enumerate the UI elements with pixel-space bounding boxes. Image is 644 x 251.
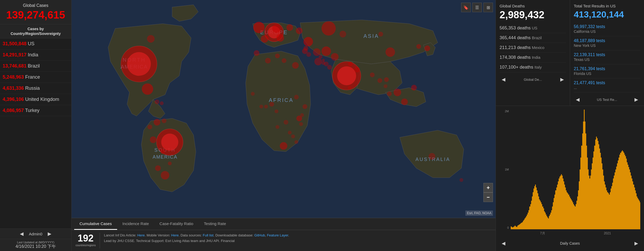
deaths-count: 365,444 deaths [500, 35, 531, 40]
svg-point-83 [377, 78, 382, 83]
svg-point-59 [291, 135, 295, 138]
svg-point-31 [147, 35, 155, 43]
country-item[interactable]: 14,291,917 India [0, 50, 71, 61]
map-tabs: Cumulative Cases Incidence Rate Case-Fat… [72, 218, 496, 230]
feature-layer-link[interactable]: Feature Layer [267, 233, 288, 237]
svg-point-57 [300, 113, 304, 117]
tests-value: 413,120,144 [574, 9, 640, 20]
last-updated-label: Last Updated at (M/D/YYYY) [3, 241, 69, 244]
svg-point-78 [319, 55, 322, 59]
svg-point-37 [314, 58, 322, 65]
deaths-prev-button[interactable]: ◀ [500, 75, 508, 83]
dl-label: . Downloadable database: [213, 233, 254, 237]
tests-prev-button[interactable]: ◀ [574, 96, 582, 104]
country-item[interactable]: 5,248,963 France [0, 72, 71, 83]
svg-point-52 [339, 31, 346, 37]
zoom-in-button[interactable]: + [483, 183, 493, 192]
deaths-list-item: 365,444 deaths Brazil [500, 33, 566, 43]
country-item[interactable]: 31,500,848 US [0, 38, 71, 50]
zoom-out-button[interactable]: − [483, 192, 493, 202]
last-updated-box: Last Updated at (M/D/YYYY) 4/16/2021 10:… [0, 239, 71, 251]
info-text: Lancet Inf Dis Article: Here. Mobile Ver… [104, 233, 289, 244]
svg-point-55 [429, 153, 435, 160]
tab-incidence-rate[interactable]: Incidence Rate [117, 218, 154, 230]
chart-y-label-0: 0 [507, 226, 509, 229]
list-button[interactable]: ☰ [472, 3, 482, 12]
svg-point-26 [411, 85, 417, 90]
svg-point-29 [154, 119, 160, 126]
svg-point-81 [327, 65, 332, 70]
country-item[interactable]: 4,086,957 Turkey [0, 105, 71, 116]
svg-point-42 [254, 50, 259, 56]
global-cases-label: Global Cases [3, 3, 69, 8]
deaths-list-item: 211,213 deaths Mexico [500, 43, 566, 53]
deaths-panel-nav: ◀ Global De... ▶ [500, 73, 566, 86]
svg-point-10 [127, 52, 151, 76]
tests-region: ... [574, 86, 577, 90]
tests-nav-label: US Test Re... [597, 98, 617, 102]
tests-panel: Total Test Results in US 413,120,144 56,… [570, 0, 644, 106]
svg-point-58 [299, 122, 303, 126]
country-list[interactable]: 31,500,848 US14,291,917 India13,746,681 … [0, 38, 71, 228]
tests-next-button[interactable]: ▶ [632, 96, 640, 104]
svg-point-32 [261, 35, 268, 43]
country-item[interactable]: 4,396,106 United Kingdom [0, 94, 71, 105]
svg-point-84 [384, 77, 389, 82]
map-toolbar: 🔖 ☰ ⊞ [461, 3, 493, 12]
svg-point-87 [348, 86, 351, 89]
country-name: India [28, 52, 38, 57]
chart-y-labels: 2M 1M 0 [500, 110, 510, 229]
tests-list-item: 21,761,394 testsFlorida US [574, 64, 640, 78]
svg-point-30 [150, 136, 156, 143]
svg-point-46 [148, 125, 152, 129]
full-list-link[interactable]: Full list [203, 233, 213, 237]
global-cases-box: Global Cases 139,274,615 [0, 0, 71, 24]
chart-nav-label: Daily Cases [560, 241, 580, 245]
github-link[interactable]: GitHub [254, 233, 265, 237]
tests-list-item: 21,477,491 tests... [574, 78, 640, 92]
deaths-value: 2,989,432 [500, 9, 566, 21]
deaths-country: Italy [535, 65, 542, 69]
grid-button[interactable]: ⊞ [483, 3, 493, 12]
lancet-prefix: Lancet Inf Dis Article: [104, 233, 137, 237]
chart-prev-button[interactable]: ◀ [500, 239, 508, 247]
svg-point-72 [265, 58, 271, 63]
country-cases: 5,248,963 [3, 74, 24, 80]
map-container[interactable]: NORTH AMERICA SOUTH AMERICA EUROPE AFRIC… [72, 0, 496, 218]
deaths-nav-label: Global De... [524, 78, 542, 82]
svg-point-20 [142, 83, 153, 95]
chart-next-button[interactable]: ▶ [632, 239, 640, 247]
here-link-1[interactable]: Here [137, 233, 145, 237]
tests-count: 21,477,491 tests [574, 80, 605, 85]
country-name: United Kingdom [25, 97, 59, 102]
svg-point-33 [276, 34, 284, 42]
country-item[interactable]: 13,746,681 Brazil [0, 61, 71, 72]
bookmark-button[interactable]: 🔖 [461, 3, 471, 12]
tests-count: 48,187,889 tests [574, 38, 605, 43]
admin-prev-button[interactable]: ◀ [20, 231, 24, 237]
country-name: Russia [25, 86, 40, 91]
tests-count: 22,139,311 tests [574, 52, 605, 57]
tests-list-item: 22,139,311 testsTexas US [574, 50, 640, 64]
country-item[interactable]: 4,631,336 Russia [0, 83, 71, 94]
mobile-label: . Mobile Version: [145, 233, 171, 237]
svg-point-12 [161, 134, 178, 151]
map-attribution: Esri, FAO, NOAA [465, 210, 493, 216]
svg-point-21 [280, 142, 288, 150]
admin-next-button[interactable]: ▶ [48, 231, 51, 237]
svg-point-25 [394, 89, 401, 96]
deaths-count: 174,308 deaths [500, 55, 531, 60]
data-sources-label: . Data sources: [179, 233, 203, 237]
tab-cumulative-cases[interactable]: Cumulative Cases [74, 218, 117, 230]
chart-y-label-1m: 1M [505, 168, 509, 171]
tests-title: Total Test Results in US [574, 4, 640, 8]
country-name: Turkey [25, 108, 39, 113]
tab-case-fatality-ratio[interactable]: Case-Fatality Ratio [154, 218, 199, 230]
svg-point-34 [272, 24, 281, 33]
deaths-next-button[interactable]: ▶ [558, 75, 566, 83]
deaths-title: Global Deaths [500, 4, 566, 8]
svg-point-51 [160, 101, 164, 105]
tab-testing-rate[interactable]: Testing Rate [199, 218, 231, 230]
chart-y-label-2m: 2M [505, 110, 509, 113]
here-link-2[interactable]: Here [171, 233, 179, 237]
